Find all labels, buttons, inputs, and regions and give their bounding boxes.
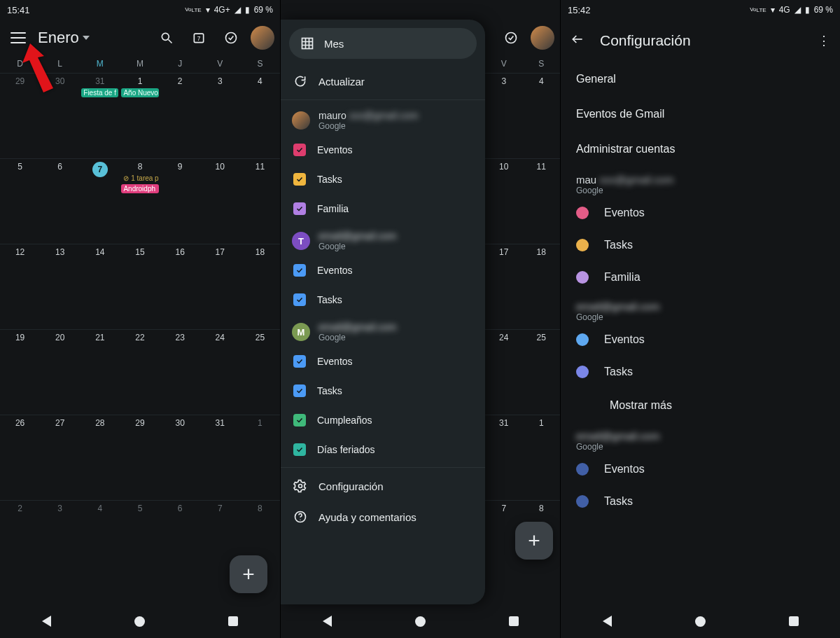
show-more[interactable]: Mostrar más [561,388,840,423]
calendar-toggle[interactable]: Eventos [281,256,485,285]
day-cell[interactable]: 2 [0,500,40,585]
profile-avatar[interactable] [251,26,274,50]
settings-item[interactable]: Administrar cuentas [561,132,840,167]
calendar-toggle[interactable]: Tasks [281,285,485,314]
overflow-menu-icon[interactable]: ⋮ [818,33,830,48]
day-cell[interactable]: 16 [160,244,200,329]
day-cell[interactable]: 30 [160,415,200,500]
drawer-refresh[interactable]: Actualizar [281,66,485,97]
nav-recents[interactable] [784,611,804,631]
plus-icon: + [242,564,255,585]
day-cell[interactable]: 31Fiesta de f [80,73,120,158]
calendar-settings-row[interactable]: Tasks [561,229,840,261]
day-cell[interactable]: 29 [120,415,160,500]
day-cell[interactable]: 27 [40,415,80,500]
event-chip[interactable]: Fiesta de f [81,88,118,97]
calendar-toggle[interactable]: Tasks [281,376,485,405]
nav-recents[interactable] [504,611,524,631]
day-cell[interactable]: 3 [40,500,80,585]
nav-back[interactable] [37,611,57,631]
nav-home[interactable] [411,611,430,631]
day-number: 11 [524,162,559,172]
day-cell[interactable]: 1Año Nuevo [120,73,160,158]
back-arrow-icon[interactable] [570,32,584,49]
day-cell[interactable]: 29 [0,73,40,158]
search-icon[interactable] [154,25,179,50]
nav-recents[interactable] [223,611,243,631]
day-cell[interactable]: 18 [240,244,280,329]
day-cell[interactable]: 22 [120,329,160,415]
day-cell[interactable]: 21 [80,329,120,415]
calendar-toggle[interactable]: Días feriados [281,435,485,464]
nav-home[interactable] [691,611,710,631]
day-cell[interactable]: 11 [240,158,280,244]
nav-back[interactable] [598,611,617,631]
day-cell[interactable]: 8⊘ 1 tarea pAndroidph [120,158,160,244]
event-chip[interactable]: Año Nuevo [121,88,158,97]
day-cell[interactable]: 4 [80,500,120,585]
day-number: 29 [1,76,38,86]
drawer-help[interactable]: Ayuda y comentarios [281,501,485,532]
day-cell[interactable]: 20 [40,329,80,415]
day-cell[interactable]: 30 [40,73,80,158]
day-cell[interactable]: 9 [160,158,200,244]
day-cell[interactable]: 10 [200,158,240,244]
day-cell[interactable]: 24 [200,329,240,415]
today-icon[interactable]: 7 [186,25,211,50]
fab-add-event[interactable]: + [515,522,553,560]
tasks-icon[interactable] [498,25,524,50]
settings-item[interactable]: General [561,62,840,97]
nav-back[interactable] [318,611,337,631]
day-number: 4 [241,76,279,86]
day-cell[interactable]: 14 [80,244,120,329]
month-grid[interactable]: 293031Fiesta de f1Año Nuevo2345678⊘ 1 ta… [0,73,280,585]
calendar-settings-row[interactable]: Eventos [561,197,840,229]
day-cell[interactable]: 4 [240,73,280,158]
day-cell[interactable]: 19 [0,329,40,415]
day-cell[interactable]: 7 [80,158,120,244]
calendar-label: Eventos [317,144,353,155]
profile-avatar[interactable] [531,26,554,50]
calendar-toggle[interactable]: Familia [281,194,485,223]
calendar-settings-row[interactable]: Tasks [561,485,840,518]
day-cell[interactable]: 6 [160,500,200,585]
account-header[interactable]: Memail@gmail.comGoogle [281,314,485,347]
day-cell[interactable]: 6 [40,158,80,244]
calendar-settings-row[interactable]: Eventos [561,453,840,485]
day-cell[interactable]: 12 [0,244,40,329]
dow-label: L [40,59,80,69]
tasks-icon[interactable] [218,25,244,50]
day-cell[interactable]: 25 [240,329,280,415]
fab-add-event[interactable]: + [230,555,267,593]
day-cell[interactable]: 3 [200,73,240,158]
day-cell[interactable]: 2 [160,73,200,158]
settings-item[interactable]: Eventos de Gmail [561,97,840,132]
calendar-toggle[interactable]: Eventos [281,135,485,165]
account-header[interactable]: mauro xxx@gmail.comGoogle [281,103,485,135]
day-cell[interactable]: 1 [240,415,280,500]
calendar-settings-row[interactable]: Tasks [561,356,840,388]
calendar-toggle[interactable]: Cumpleaños [281,405,485,435]
day-cell[interactable]: 26 [0,415,40,500]
day-number: 16 [162,247,199,257]
calendar-toggle[interactable]: Eventos [281,347,485,376]
event-chip[interactable]: Androidph [121,184,158,193]
day-cell[interactable]: 5 [120,500,160,585]
day-cell[interactable]: 5 [0,158,40,244]
calendar-settings-row[interactable]: Familia [561,261,840,293]
account-header[interactable]: Temail@gmail.comGoogle [281,223,485,256]
day-cell[interactable]: 28 [80,415,120,500]
month-dropdown[interactable]: Enero [38,29,90,47]
day-cell[interactable]: 13 [40,244,80,329]
day-cell[interactable]: 17 [200,244,240,329]
day-cell[interactable]: 15 [120,244,160,329]
event-chip[interactable]: ⊘ 1 tarea p [121,174,158,183]
day-cell[interactable]: 23 [160,329,200,415]
nav-home[interactable] [130,611,150,631]
calendar-toggle[interactable]: Tasks [281,165,485,194]
hamburger-menu-icon[interactable] [6,25,31,50]
drawer-settings[interactable]: Configuración [281,471,485,501]
calendar-settings-row[interactable]: Eventos [561,324,840,356]
view-selector[interactable]: Mes [289,28,477,59]
day-cell[interactable]: 31 [200,415,240,500]
